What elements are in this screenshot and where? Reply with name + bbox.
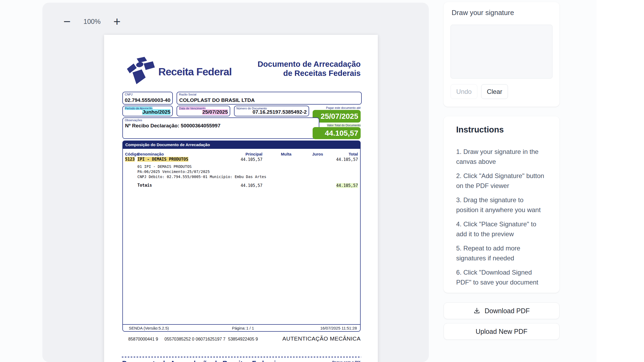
field-razao-social: Razão Social COLOPLAST DO BRASIL LTDA [177, 92, 362, 105]
composition-table: Composição do Documento de Arrecadação C… [122, 141, 361, 332]
instruction-step: 5. Repeat to add more signatures if need… [456, 243, 545, 263]
field-data-vencimento: Data de Vencimento 25/07/2025 [177, 106, 230, 116]
footer-page-label: Página: [232, 326, 246, 330]
instruction-step: 1. Draw your signature in the canvas abo… [456, 147, 545, 167]
barcode-number: 05570385252 0 [164, 337, 194, 342]
field-razao-social-label: Razão Social [179, 93, 196, 96]
valor-total-label: Valor Total do Documento [327, 124, 361, 127]
download-pdf-button[interactable]: Download PDF [444, 302, 559, 319]
field-vencimento-value: 25/07/2025 [202, 109, 228, 115]
zoom-level-label: 100% [76, 13, 108, 30]
signature-card-title: Draw your signature [452, 9, 514, 17]
col-header-principal: Principal [246, 152, 262, 156]
signature-canvas[interactable] [451, 25, 552, 79]
field-razao-social-value: COLOPLAST DO BRASIL LTDA [179, 97, 255, 103]
document-title-line1: Documento de Arrecadação [258, 60, 361, 69]
field-cnpj-label: CNPJ [125, 93, 133, 96]
row-denominacao: IPI - DEMAIS PRODUTOS [137, 157, 188, 162]
col-header-codigo: Código [125, 152, 139, 156]
row-detail-line: PA:06/2025 Vencimento:25/07/2025 [137, 169, 210, 174]
download-pdf-label: Download PDF [485, 307, 530, 315]
totals-label: Totais [137, 183, 152, 188]
instruction-step: 2. Click "Add Signature" button on the P… [456, 171, 545, 191]
footer-app-version: SENDA (Versão:5.2.5) [129, 326, 169, 330]
barcode-number: 85870000441 9 [128, 337, 158, 342]
instruction-step: 6. Click "Download Signed PDF" to save y… [456, 267, 545, 287]
field-vencimento-label: Data de Vencimento [179, 107, 206, 110]
col-header-multa: Multa [281, 152, 291, 156]
composition-table-title: Composição do Documento de Arrecadação [123, 141, 360, 149]
field-observacoes-label: Observações [125, 119, 142, 122]
field-cnpj-value: 02.794.555/0003-40 [125, 97, 170, 103]
field-cnpj: CNPJ 02.794.555/0003-40 [122, 92, 173, 105]
undo-button[interactable]: Undo [451, 84, 477, 99]
instruction-step: 3. Drag the signature to position it any… [456, 195, 545, 215]
col-header-total: Total [349, 152, 358, 156]
field-observacoes: Observações Nº Recibo Declaração: 500003… [122, 117, 319, 139]
barcode-number: 06071625197 7 [196, 337, 225, 342]
pdf-viewer-panel: − 100% + Receita Federal Documento de Ar… [42, 3, 429, 362]
zoom-out-icon: − [64, 14, 71, 29]
authentication-label: AUTENTICAÇÃO MECÂNICA [282, 335, 361, 342]
field-numero-value: 07.16.25197.5385492-2 [253, 109, 307, 115]
pdf-page: Receita Federal Documento de Arrecadação… [104, 35, 378, 362]
next-copy-pix-label: Pague com o PIX [332, 360, 360, 362]
row-codigo: 5123 [125, 157, 135, 162]
totals-total: 44.105,57 [336, 183, 358, 188]
document-title-line2: de Receitas Federais [258, 69, 361, 78]
page-footer: SENDA (Versão:5.2.5) Página: 1 / 1 16/07… [123, 324, 360, 331]
tear-off-dashed-line [122, 357, 361, 357]
zoom-in-button[interactable]: + [108, 13, 126, 30]
footer-page-value: 1 / 1 [246, 326, 254, 330]
download-icon [473, 307, 480, 314]
instruction-step: 4. Click "Place Signature" to add it to … [456, 219, 545, 239]
instructions-card: Instructions 1. Draw your signature in t… [444, 116, 559, 293]
receita-federal-logo [125, 57, 157, 85]
clear-button-label: Clear [487, 88, 502, 95]
brand-name: Receita Federal [158, 66, 232, 78]
row-detail-line: CNPJ Débito: 02.794.555/0005-01 Municípi… [137, 175, 266, 179]
upload-new-pdf-label: Upload New PDF [475, 328, 527, 335]
undo-button-label: Undo [456, 88, 471, 95]
row-detail-line: 01 IPI - DEMAIS PRODUTOS [137, 164, 192, 169]
barcode-number: 53854922405 9 [228, 337, 258, 342]
field-observacoes-value: Nº Recibo Declaração: 50000364055997 [125, 123, 221, 129]
pagar-ate-value: 25/07/2025 [313, 110, 361, 123]
zoom-in-icon: + [114, 14, 121, 29]
col-header-denominacao: Denominação [137, 152, 164, 156]
field-periodo-value: Junho/2025 [142, 109, 170, 115]
footer-datetime: 16/07/2025 11:51:28 [320, 326, 357, 330]
totals-principal: 44.105,57 [241, 183, 262, 188]
signature-card: Draw your signature Undo Clear [444, 2, 559, 107]
col-header-juros: Juros [312, 152, 323, 156]
field-numero-documento: Número do Documento 07.16.25197.5385492-… [234, 106, 309, 116]
upload-new-pdf-button[interactable]: Upload New PDF [444, 323, 559, 340]
row-total: 44.105,57 [336, 157, 358, 162]
valor-total-value: 44.105,57 [313, 127, 361, 139]
next-copy-title: Documento de Arrecadação de Receitas Fed… [122, 360, 280, 362]
row-principal: 44.105,57 [241, 157, 262, 162]
clear-button[interactable]: Clear [481, 84, 508, 99]
document-title: Documento de Arrecadação de Receitas Fed… [258, 60, 361, 78]
field-periodo-apuracao: Período de Apuração Junho/2025 [122, 106, 173, 116]
instructions-title: Instructions [456, 125, 504, 135]
zoom-out-button[interactable]: − [58, 13, 76, 30]
pagar-ate-label: Pagar este documento até [326, 106, 361, 109]
